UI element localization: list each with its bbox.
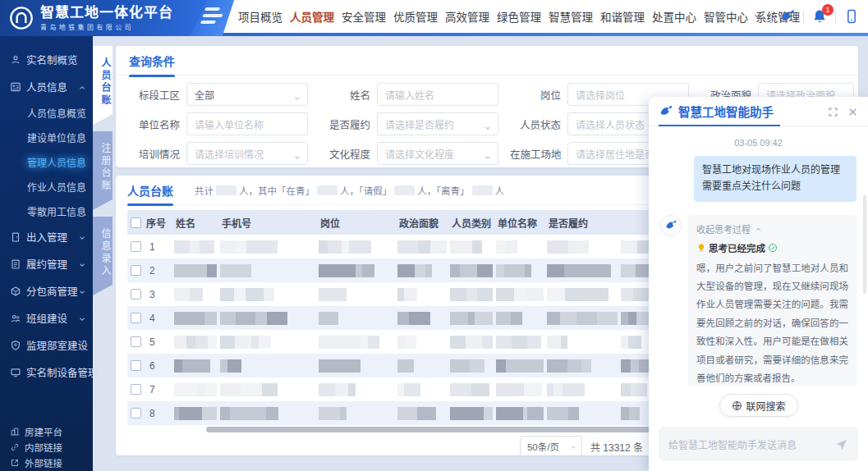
close-icon[interactable] — [847, 106, 858, 117]
redacted-block — [193, 312, 204, 325]
app-title: 智慧工地一体化平台 — [40, 5, 173, 21]
row-checkbox[interactable] — [131, 265, 141, 276]
redacted-block — [621, 240, 637, 254]
row-checkbox[interactable] — [131, 360, 141, 371]
tab-personnel-ledger[interactable]: 人员台账 — [127, 182, 173, 199]
sidebar-item-5[interactable]: 班组建设 — [0, 304, 93, 332]
row-checkbox[interactable] — [131, 408, 141, 418]
redacted-cell — [394, 264, 447, 277]
row-checkbox[interactable] — [131, 241, 141, 252]
redacted-cell — [315, 359, 394, 373]
redacted-cell — [493, 407, 544, 420]
scrollbar-thumb[interactable] — [206, 427, 667, 432]
nav-item-4[interactable]: 高效管理 — [445, 8, 489, 25]
row-checkbox[interactable] — [131, 313, 141, 323]
nav-item-7[interactable]: 和谐管理 — [600, 8, 645, 25]
sidebar-subitem-1-4[interactable]: 零散用工信息 — [0, 199, 93, 223]
field-select[interactable]: 请选择培训情况 — [186, 142, 308, 165]
field-input[interactable]: 请输入姓名 — [377, 83, 498, 106]
redacted-block — [356, 264, 362, 277]
redacted-block — [251, 336, 259, 349]
sidebar-item-label: 监理部室建设 — [26, 337, 88, 353]
nav-item-8[interactable]: 处置中心 — [652, 8, 696, 25]
redacted-block — [547, 312, 560, 325]
row-checkbox[interactable] — [131, 384, 141, 395]
row-checkbox[interactable] — [131, 336, 141, 347]
sidebar-item-6[interactable]: 监理部室建设 — [0, 332, 93, 359]
redacted-block — [397, 336, 405, 349]
divider — [803, 11, 804, 23]
nav-item-6[interactable]: 智慧管理 — [549, 8, 593, 25]
sidebar-item-0[interactable]: 实名制概览 — [0, 46, 93, 73]
redacted-block — [547, 240, 568, 254]
expand-icon[interactable] — [828, 106, 838, 117]
sidebar-item-7[interactable]: 实名制设备管理 — [0, 359, 93, 386]
nav-item-2[interactable]: 安全管理 — [342, 8, 386, 25]
redacted-block — [471, 383, 489, 396]
nav-item-1[interactable]: 人员管理 — [290, 8, 334, 25]
field-label: 文化程度 — [319, 146, 377, 162]
chevron-down-icon — [484, 150, 492, 158]
field-select[interactable]: 请选择是否履约 — [377, 112, 498, 135]
redacted-block — [397, 312, 409, 325]
field-select[interactable]: 全部 — [186, 83, 308, 106]
page-size-select[interactable]: 50条/页 — [520, 436, 582, 455]
sidebar-footer-item-0[interactable]: 房建平台 — [0, 423, 93, 439]
sidebar-footer-item-1[interactable]: 内部链接 — [0, 439, 93, 455]
nav-item-3[interactable]: 优质管理 — [393, 8, 438, 25]
row-index: 7 — [141, 384, 171, 396]
redacted-cell — [315, 288, 394, 301]
query-field-培训情况: 培训情况请选择培训情况 — [129, 142, 319, 165]
redacted-block — [597, 312, 618, 325]
select-all-checkbox[interactable] — [131, 217, 141, 228]
mobile-icon[interactable] — [843, 8, 860, 25]
redacted-block — [415, 264, 425, 277]
redacted-cell — [447, 312, 493, 325]
row-index: 3 — [141, 289, 171, 300]
bell-icon[interactable]: 1 — [811, 8, 828, 25]
sidebar-item-4[interactable]: 分包商管理 — [0, 277, 93, 304]
sidebar-subitem-1-1[interactable]: 建设单位信息 — [0, 125, 93, 149]
redacted-block — [397, 359, 406, 373]
redacted-block — [220, 383, 241, 396]
stats-text: 人，「离青」 — [417, 184, 469, 197]
sidebar-item-label: 班组建设 — [26, 310, 67, 326]
redacted-block — [496, 264, 504, 277]
assistant-scrollbar[interactable] — [863, 195, 866, 294]
redacted-cell — [394, 312, 447, 325]
nav-item-0[interactable]: 项目概览 — [238, 8, 282, 25]
field-input[interactable]: 请输入单位名称 — [186, 112, 308, 135]
sidebar-footer-item-2[interactable]: 外部链接 — [0, 455, 93, 470]
redacted-block — [220, 288, 234, 301]
field-select[interactable]: 请选择文化程度 — [377, 142, 498, 165]
redacted-block — [247, 407, 266, 420]
assistant-input[interactable]: 给智慧工地智能助手发送消息 — [659, 427, 858, 461]
sidebar-item-3[interactable]: 履约管理 — [0, 250, 93, 277]
redacted-block — [267, 312, 287, 325]
thinking-collapse-toggle[interactable]: 收起思考过程 — [696, 222, 848, 236]
row-checkbox[interactable] — [131, 289, 141, 300]
sidebar-item-2[interactable]: 出入管理 — [0, 223, 93, 250]
sidebar-subitem-1-3[interactable]: 作业人员信息 — [0, 174, 93, 199]
nav-item-9[interactable]: 智管中心 — [704, 8, 748, 25]
redacted-block — [458, 312, 468, 325]
assistant-whale-icon[interactable] — [779, 8, 796, 25]
vertical-tab-0[interactable]: 人员台账 — [93, 46, 113, 125]
column-header-政治面貌: 政治面貌 — [394, 216, 447, 230]
sidebar-subitem-1-0[interactable]: 人员信息概览 — [0, 100, 93, 125]
vertical-tab-2[interactable]: 信息录入 — [93, 217, 113, 295]
redacted-block — [342, 240, 349, 254]
sidebar-item-1[interactable]: 人员信息 — [0, 73, 93, 100]
web-search-button[interactable]: 联网搜索 — [719, 394, 797, 417]
redacted-cell — [171, 407, 217, 420]
chevron-down-icon[interactable] — [752, 11, 764, 22]
sidebar-item-label: 人员信息 — [26, 79, 67, 94]
sidebar-subitem-1-2[interactable]: 管理人员信息 — [0, 149, 93, 174]
redacted-block — [511, 312, 522, 325]
vertical-tab-1[interactable]: 注册台账 — [93, 131, 113, 210]
redacted-cell — [217, 383, 315, 396]
redacted-block — [524, 383, 542, 396]
nav-item-5[interactable]: 绿色管理 — [497, 8, 541, 25]
send-icon[interactable] — [834, 437, 848, 451]
redacted-block — [174, 383, 181, 396]
